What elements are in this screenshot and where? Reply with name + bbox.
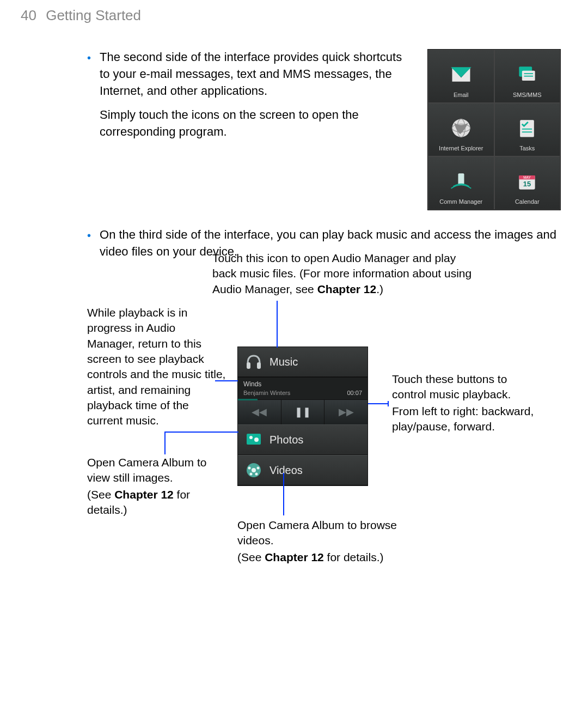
svg-rect-13 xyxy=(458,173,464,184)
headphones-icon xyxy=(244,353,263,371)
media-label: Videos xyxy=(270,463,303,478)
chapter-ref: Chapter 12 xyxy=(114,488,174,501)
shortcut-panel: Email SMS/MMS Internet Explorer Tasks xyxy=(427,49,561,210)
play-pause-button[interactable]: ❚❚ xyxy=(281,400,325,424)
shortcut-comm[interactable]: Comm Manager xyxy=(428,156,494,210)
callout-controls: Touch these buttons to control music pla… xyxy=(392,372,544,435)
media-row-videos[interactable]: Videos xyxy=(238,455,367,485)
forward-button[interactable]: ▶▶ xyxy=(324,400,367,424)
svg-point-26 xyxy=(257,467,260,470)
shortcut-email[interactable]: Email xyxy=(428,50,494,103)
callout-photos: Open Camera Album to view still images. … xyxy=(87,455,229,519)
svg-rect-20 xyxy=(247,434,261,445)
tasks-icon xyxy=(514,115,540,141)
callout-text: for details.) xyxy=(324,551,384,563)
track-title: Winds xyxy=(243,380,362,389)
playback-controls: ◀◀ ❚❚ ▶▶ xyxy=(238,399,367,424)
videos-icon xyxy=(244,461,263,479)
callout-music: Touch this icon to open Audio Manager an… xyxy=(212,251,474,298)
leader-line xyxy=(164,432,166,454)
svg-point-21 xyxy=(249,436,253,439)
callout-text: From left to right: backward, play/pause… xyxy=(392,404,544,435)
track-info: Winds Benjamin Winters 00:07 xyxy=(238,377,367,399)
svg-point-22 xyxy=(254,438,259,442)
svg-rect-19 xyxy=(257,362,261,369)
media-panel: Music Winds Benjamin Winters 00:07 ◀◀ ❚❚… xyxy=(237,347,368,486)
backward-button[interactable]: ◀◀ xyxy=(238,400,281,424)
svg-point-25 xyxy=(248,467,251,470)
shortcut-ie[interactable]: Internet Explorer xyxy=(428,103,494,156)
email-icon xyxy=(448,62,474,88)
shortcut-label: Tasks xyxy=(519,144,535,153)
track-artist: Benjamin Winters xyxy=(243,389,362,397)
calendar-icon: MAY15 xyxy=(514,168,540,195)
shortcut-label: Comm Manager xyxy=(439,198,482,206)
media-label: Photos xyxy=(270,432,303,447)
comm-manager-icon xyxy=(448,168,474,195)
svg-rect-18 xyxy=(247,362,250,369)
shortcut-label: Email xyxy=(454,91,469,99)
chapter-ref: Chapter 12 xyxy=(317,283,377,295)
shortcut-sms[interactable]: SMS/MMS xyxy=(494,50,561,103)
shortcut-label: SMS/MMS xyxy=(513,91,542,99)
callout-text: Open Camera Album to browse videos. xyxy=(237,518,412,549)
callout-text: (See xyxy=(237,551,265,563)
callout-videos: Open Camera Album to browse videos. (See… xyxy=(237,518,412,566)
page-header: 40 Getting Started xyxy=(21,5,141,25)
callout-text: Touch these buttons to control music pla… xyxy=(392,372,544,403)
svg-point-24 xyxy=(252,468,256,472)
shortcut-calendar[interactable]: MAY15 Calendar xyxy=(494,156,561,210)
svg-point-27 xyxy=(250,473,253,476)
callout-text: (See xyxy=(87,488,114,501)
leader-line xyxy=(215,380,238,381)
media-row-photos[interactable]: Photos xyxy=(238,424,367,455)
callout-text: While playback is in progress in Audio M… xyxy=(87,305,226,429)
leader-line xyxy=(283,473,284,515)
page-title: Getting Started xyxy=(46,7,141,23)
svg-text:15: 15 xyxy=(523,180,531,188)
leader-line xyxy=(368,403,389,404)
leader-line xyxy=(277,301,278,348)
callout-diagram: Touch this icon to open Audio Manager an… xyxy=(87,251,561,599)
bullet-item: • The second side of the interface provi… xyxy=(87,49,406,148)
callout-playback-info: While playback is in progress in Audio M… xyxy=(87,305,226,430)
page-number: 40 xyxy=(21,7,36,23)
paragraph: Simply touch the icons on the screen to … xyxy=(100,107,406,141)
globe-icon xyxy=(448,115,474,141)
svg-point-28 xyxy=(255,473,258,476)
paragraph: The second side of the interface provide… xyxy=(100,49,406,99)
photos-icon xyxy=(244,430,263,449)
shortcut-label: Internet Explorer xyxy=(439,144,483,153)
chapter-ref: Chapter 12 xyxy=(265,551,324,563)
leader-line xyxy=(164,432,238,433)
callout-text: Open Camera Album to view still images. xyxy=(87,455,229,486)
sms-icon xyxy=(514,62,540,88)
media-row-music[interactable]: Music xyxy=(238,347,367,377)
progress-bar xyxy=(238,399,258,400)
leader-line xyxy=(388,401,389,406)
shortcut-tasks[interactable]: Tasks xyxy=(494,103,561,156)
callout-text: .) xyxy=(376,283,383,295)
media-label: Music xyxy=(270,354,298,369)
bullet-dot-icon: • xyxy=(87,49,91,148)
svg-text:MAY: MAY xyxy=(524,175,531,179)
shortcut-label: Calendar xyxy=(515,198,540,206)
track-time: 00:07 xyxy=(347,389,362,397)
